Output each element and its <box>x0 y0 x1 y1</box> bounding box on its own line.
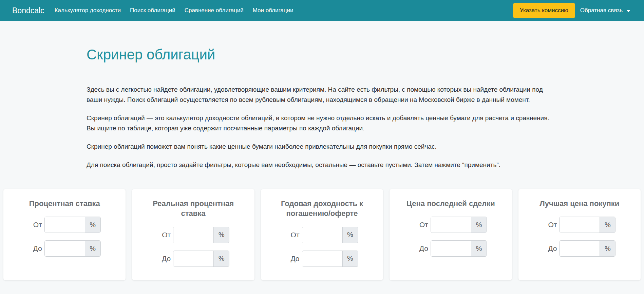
nav-bond-search[interactable]: Поиск облигаций <box>130 7 175 14</box>
nav-my-bonds[interactable]: Мои облигации <box>253 7 293 14</box>
feedback-label: Обратная связь <box>580 7 623 14</box>
to-input-group: % <box>44 240 101 257</box>
main-nav: Калькулятор доходности Поиск облигаций С… <box>55 7 293 14</box>
from-input-group: % <box>44 217 101 233</box>
from-label: От <box>29 221 42 229</box>
top-navbar: Bondcalc Калькулятор доходности Поиск об… <box>0 0 644 21</box>
to-field-row: До % <box>518 240 641 257</box>
chevron-down-icon <box>626 10 630 12</box>
best-bid-price-to-input[interactable] <box>560 241 600 256</box>
last-trade-price-from-input[interactable] <box>431 217 471 233</box>
filter-card-title: Процентная ставка <box>13 199 116 209</box>
filter-card-title: Годовая доходность к погашению/оферте <box>270 199 374 219</box>
filter-card-last-trade-price: Цена последней сделки От % До % <box>390 189 512 280</box>
filter-cards-row: Процентная ставка От % До % Реальная про… <box>0 189 644 280</box>
annual-yield-to-input[interactable] <box>302 251 342 267</box>
from-field-row: От % <box>390 217 512 233</box>
brand-logo[interactable]: Bondcalc <box>12 6 44 15</box>
to-field-row: До % <box>3 240 126 257</box>
nav-bond-comparison[interactable]: Сравнение облигаций <box>185 7 244 14</box>
to-input-group: % <box>302 251 358 267</box>
to-field-row: До % <box>261 251 383 267</box>
percent-addon: % <box>471 241 487 256</box>
percent-addon: % <box>85 217 100 233</box>
to-label: До <box>286 255 300 263</box>
to-field-row: До % <box>390 240 512 257</box>
percent-addon: % <box>471 217 487 233</box>
from-label: От <box>543 221 557 229</box>
percent-addon: % <box>600 241 615 256</box>
percent-addon: % <box>342 251 358 267</box>
filter-card-real-interest-rate: Реальная процентная ставка От % До % <box>132 189 254 280</box>
to-label: До <box>29 244 42 253</box>
percent-addon: % <box>213 227 229 243</box>
from-input-group: % <box>431 217 487 233</box>
percent-addon: % <box>85 241 100 256</box>
from-label: От <box>286 231 300 239</box>
feedback-dropdown[interactable]: Обратная связь <box>580 7 632 14</box>
nav-yield-calculator[interactable]: Калькулятор доходности <box>55 7 121 14</box>
to-input-group: % <box>559 240 615 257</box>
real-interest-rate-to-input[interactable] <box>173 251 213 267</box>
from-input-group: % <box>173 227 229 243</box>
filter-card-interest-rate: Процентная ставка От % До % <box>3 189 126 280</box>
from-field-row: От % <box>261 227 383 243</box>
from-label: От <box>415 221 428 229</box>
main-content: Скринер облигаций Здесь вы с легкостью н… <box>0 21 644 280</box>
percent-addon: % <box>600 217 615 233</box>
to-input-group: % <box>431 240 487 257</box>
percent-addon: % <box>213 251 229 267</box>
to-label: До <box>157 255 171 263</box>
filter-card-best-bid-price: Лучшая цена покупки От % До % <box>518 189 641 280</box>
filter-card-title: Реальная процентная ставка <box>141 199 245 219</box>
intro-section: Скринер облигаций Здесь вы с легкостью н… <box>0 21 644 170</box>
intro-paragraph: Скринер облигаций — это калькулятор дохо… <box>87 113 552 133</box>
percent-addon: % <box>342 227 358 243</box>
from-field-row: От % <box>3 217 126 233</box>
best-bid-price-from-input[interactable] <box>560 217 600 233</box>
to-label: До <box>543 244 557 253</box>
set-commission-button[interactable]: Указать комиссию <box>513 3 575 18</box>
filter-card-title: Лучшая цена покупки <box>528 199 631 209</box>
to-label: До <box>415 244 428 253</box>
filter-card-title: Цена последней сделки <box>399 199 502 209</box>
from-label: От <box>157 231 171 239</box>
interest-rate-to-input[interactable] <box>45 241 85 256</box>
from-field-row: От % <box>132 227 254 243</box>
intro-paragraph: Здесь вы с легкостью найдете облигации, … <box>87 85 552 105</box>
to-field-row: До % <box>132 251 254 267</box>
annual-yield-from-input[interactable] <box>302 227 342 243</box>
intro-paragraph: Для поиска облигаций, просто задайте фил… <box>87 160 552 170</box>
intro-paragraph: Скринер облигаций поможет вам понять как… <box>87 142 552 152</box>
header-right-group: Указать комиссию Обратная связь <box>513 3 632 18</box>
from-input-group: % <box>302 227 358 243</box>
to-input-group: % <box>173 251 229 267</box>
interest-rate-from-input[interactable] <box>45 217 85 233</box>
real-interest-rate-from-input[interactable] <box>173 227 213 243</box>
page-title: Скринер облигаций <box>87 45 552 64</box>
last-trade-price-to-input[interactable] <box>431 241 471 256</box>
filter-card-annual-yield: Годовая доходность к погашению/оферте От… <box>261 189 383 280</box>
from-field-row: От % <box>518 217 641 233</box>
from-input-group: % <box>559 217 615 233</box>
